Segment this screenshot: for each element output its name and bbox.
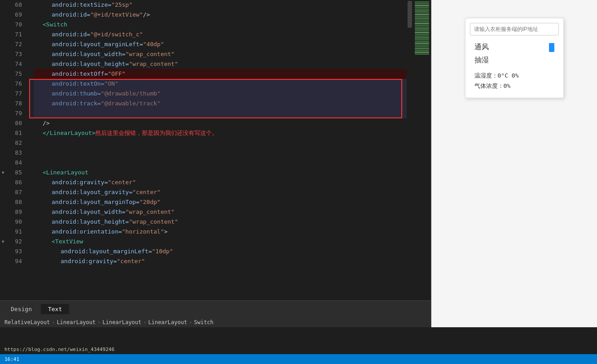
- breadcrumb-sep: ›: [189, 319, 192, 325]
- code-line-81: </LinearLayout> 然后这里会报错，那是因为我们还没有写这个。: [34, 128, 407, 138]
- tab-text[interactable]: Text: [41, 304, 69, 314]
- code-line-84: [34, 158, 407, 168]
- dehumidify-label: 抽湿: [474, 56, 489, 65]
- minimap-line: [415, 32, 429, 33]
- code-line-89: android:layout_width="wrap_content": [34, 207, 407, 217]
- minimap-line: [415, 7, 429, 8]
- line-num-83: 83: [0, 148, 26, 158]
- dehumidify-row: 抽湿: [470, 54, 559, 67]
- gas-concentration-text: 气体浓度：0%: [474, 81, 554, 91]
- minimap-line: [415, 5, 429, 6]
- code-line-76: android:textOn="ON": [34, 79, 407, 89]
- minimap-line: [415, 12, 429, 13]
- minimap-line: [415, 26, 429, 28]
- line-num-74: 74: [0, 59, 26, 69]
- breadcrumb-item-2: LinearLayout: [102, 319, 141, 325]
- line-num-84: 84: [0, 158, 26, 168]
- code-line-86: android:gravity="center": [34, 178, 407, 187]
- minimap-line: [415, 10, 429, 12]
- code-line-70: <Switch: [34, 20, 407, 30]
- minimap-line: [415, 46, 429, 48]
- breadcrumb-item-1: LinearLayout: [57, 319, 96, 325]
- code-line-90: android:layout_height="wrap_content": [34, 217, 407, 227]
- line-numbers: 686970717273747576777879808182838485▼868…: [0, 0, 29, 300]
- ventilation-label: 通风: [474, 43, 489, 52]
- minimap-line: [415, 14, 429, 15]
- line-num-68: 68: [0, 0, 26, 10]
- code-line-92: <TextView: [34, 237, 407, 247]
- minimap-line: [415, 34, 429, 35]
- ip-input[interactable]: [470, 23, 559, 35]
- code-content: android:textSize="25sp"android:id="@+id/…: [29, 0, 407, 300]
- minimap-line: [415, 39, 429, 40]
- code-line-94: android:gravity="center": [34, 256, 407, 266]
- line-num-86: 86: [0, 178, 26, 187]
- breadcrumb-item-4: Switch: [194, 319, 213, 325]
- status-time: 16:41: [4, 356, 19, 362]
- code-line-71: android:id="@+id/switch_c": [34, 30, 407, 39]
- minimap-line: [415, 23, 429, 24]
- code-line-88: android:layout_marginTop="20dp": [34, 197, 407, 207]
- code-line-69: android:id="@+id/textView" />: [34, 10, 407, 20]
- code-editor: 686970717273747576777879808182838485▼868…: [0, 0, 431, 327]
- line-num-80: 80: [0, 118, 26, 128]
- line-num-81: 81: [0, 128, 26, 138]
- minimap-line: [415, 43, 429, 44]
- phone-preview: 通风 抽湿 温湿度：0°C 0% 气体浓度：0%: [465, 18, 564, 98]
- breadcrumb-sep: ›: [52, 319, 55, 325]
- minimap-line: [415, 25, 429, 26]
- line-num-77: 77: [0, 89, 26, 99]
- breadcrumb: RelativeLayout › LinearLayout › LinearLa…: [0, 317, 431, 327]
- code-line-68: android:textSize="25sp": [34, 0, 407, 10]
- code-line-91: android:orientation="horizontal">: [34, 227, 407, 237]
- right-panel: 通风 抽湿 温湿度：0°C 0% 气体浓度：0%: [431, 0, 597, 327]
- minimap-line: [415, 35, 429, 37]
- minimap-line: [415, 52, 429, 53]
- line-num-93: 93: [0, 247, 26, 256]
- minimap-line: [415, 41, 429, 42]
- temp-humidity-text: 温湿度：0°C 0%: [474, 70, 554, 81]
- line-num-79: 79: [0, 108, 26, 118]
- code-line-82: [34, 138, 407, 148]
- minimap-line: [415, 17, 429, 19]
- line-num-70: 70: [0, 20, 26, 30]
- minimap-line: [415, 48, 429, 49]
- minimap-line: [415, 3, 429, 4]
- code-line-72: android:layout_marginLeft="40dp": [34, 39, 407, 49]
- code-line-75: android:textOff="OFF": [34, 69, 407, 79]
- minimap-line: [415, 37, 429, 39]
- code-line-85: <LinearLayout: [34, 168, 407, 178]
- scroll-thumb[interactable]: [408, 1, 412, 28]
- line-num-88: 88: [0, 197, 26, 207]
- editor-scrollbar[interactable]: [407, 0, 413, 300]
- minimap-line: [415, 28, 429, 30]
- minimap-line: [415, 19, 429, 21]
- tab-design[interactable]: Design: [4, 304, 39, 314]
- code-line-87: android:layout_gravity="center": [34, 187, 407, 197]
- line-num-78: 78: [0, 99, 26, 108]
- minimap-line: [415, 9, 429, 10]
- code-line-77: android:thumb="@drawable/thumb": [34, 89, 407, 99]
- code-line-74: android:layout_height="wrap_content": [34, 59, 407, 69]
- line-num-91: 91: [0, 227, 26, 237]
- line-num-85: 85▼: [0, 168, 26, 178]
- code-line-80: />: [34, 118, 407, 128]
- minimap-line: [415, 30, 429, 31]
- breadcrumb-sep: ›: [97, 319, 101, 325]
- breadcrumb-item-0: RelativeLayout: [4, 319, 50, 325]
- code-line-93: android:layout_marginLeft="10dp": [34, 247, 407, 256]
- line-num-69: 69: [0, 10, 26, 20]
- line-num-82: 82: [0, 138, 26, 148]
- minimap-line: [415, 50, 429, 51]
- minimap-line: [415, 21, 429, 22]
- breadcrumb-sep: ›: [143, 319, 146, 325]
- line-num-89: 89: [0, 207, 26, 217]
- main-container: 686970717273747576777879808182838485▼868…: [0, 0, 597, 344]
- minimap-line: [415, 44, 429, 46]
- minimap: [413, 0, 431, 300]
- preview-area: 通风 抽湿 温湿度：0°C 0% 气体浓度：0%: [431, 0, 597, 327]
- line-num-92: 92▼: [0, 237, 26, 247]
- line-num-90: 90: [0, 217, 26, 227]
- code-line-73: android:layout_width="wrap_content": [34, 49, 407, 59]
- line-num-71: 71: [0, 30, 26, 39]
